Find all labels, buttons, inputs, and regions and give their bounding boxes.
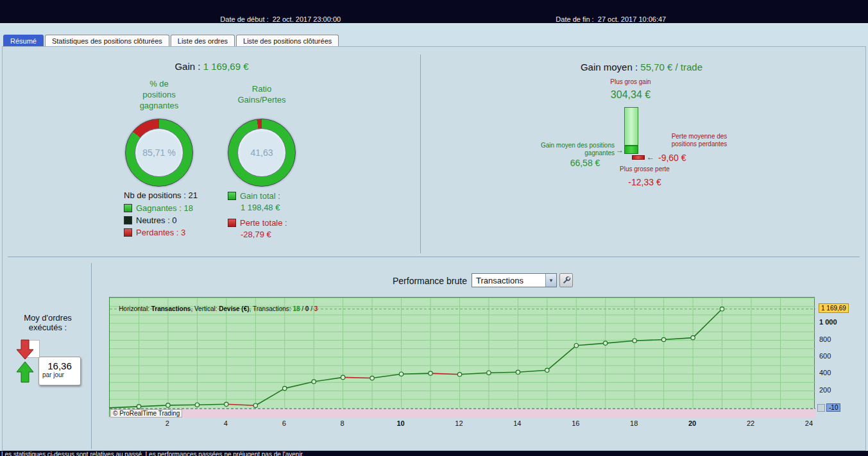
right-arrow-icon: → (616, 146, 624, 155)
wrench-icon (562, 276, 571, 285)
horizontal-axis-selector[interactable]: Transactions ▼ (472, 273, 557, 287)
dark-square-icon (124, 216, 132, 224)
biggest-gain-value: 304,34 € (589, 89, 672, 101)
disclaimer-bar: Les statistiques ci-dessus sont relative… (0, 451, 868, 456)
green-square-icon (124, 204, 132, 212)
gain-title: Gain : 1 169,69 € (103, 61, 321, 72)
chevron-down-icon[interactable]: ▼ (545, 274, 556, 287)
left-arrow-icon: ← (647, 153, 654, 162)
x-axis-tick: 4 (218, 419, 234, 427)
avg-orders-value: 16,36 (39, 360, 80, 371)
avg-orders-unit: par jour (39, 371, 80, 378)
start-date-value: 22 oct. 2017 23:00:00 (273, 15, 341, 23)
disclaimer-text: Les statistiques ci-dessus sont relative… (0, 451, 868, 456)
avg-orders-box: 16,36 par jour (38, 357, 81, 385)
x-axis-tick: 12 (451, 419, 466, 427)
x-axis-tick: 20 (685, 419, 700, 427)
y-axis-tick: 800 (819, 335, 831, 343)
x-axis-tick: 18 (626, 419, 642, 427)
y-axis-labels: 1 000800600400200 (819, 0, 858, 456)
vertical-divider (420, 55, 421, 253)
y-axis-tick: 200 (819, 386, 831, 394)
x-axis-tick: 10 (393, 419, 409, 427)
end-date-value: 27 oct. 2017 10:06:47 (598, 15, 666, 23)
tab-bar: Résumé Statistiques des positions clôtur… (3, 35, 339, 47)
avg-loss-value: -9,60 € (658, 153, 686, 163)
avg-loss-label: Perte moyenne des positions perdantes (661, 133, 738, 148)
x-axis-tick: 24 (801, 419, 817, 427)
up-arrow-icon (15, 360, 35, 384)
biggest-loss-label: Plus grosse perte (609, 165, 680, 173)
gain-loss-ratio-value: 41,63 (250, 148, 273, 158)
x-axis-tick: 8 (335, 419, 350, 427)
y-axis-tick: 1 000 (819, 318, 837, 326)
avg-win-label: Gain moyen des positions gagnantes (507, 142, 615, 157)
date-range-bar: Date de début : 22 oct. 2017 23:00:00 Da… (0, 0, 868, 23)
tab-statistiques-positions[interactable]: Statistiques des positions clôturées (45, 35, 169, 47)
gain-value: 1 169,69 € (203, 61, 249, 72)
y-axis-tick: 400 (819, 369, 831, 376)
chart-info-bar: Horizontal: Transactions, Vertical: Devi… (112, 298, 318, 319)
chart-settings-button[interactable] (559, 273, 573, 287)
gain-total-value: 1 198,48 € (241, 203, 280, 212)
gain-loss-ratio-donut: 41,63 (228, 119, 296, 187)
start-date-label: Date de début : 22 oct. 2017 23:00:00 (208, 8, 341, 31)
gain-loss-ratio-title: Ratio Gains/Pertes (226, 83, 298, 105)
winning-percent-value: 85,71 % (142, 148, 175, 158)
trading-statistics-window: Date de début : 22 oct. 2017 23:00:00 Da… (0, 0, 868, 456)
legend-gagnantes: Gagnantes : 18 (124, 203, 193, 213)
performance-title: Performance brute (393, 276, 467, 286)
y-axis-tick: 600 (819, 352, 831, 360)
scroll-corner (817, 404, 825, 412)
selector-value[interactable]: Transactions (472, 274, 545, 287)
tab-resume[interactable]: Résumé (3, 35, 44, 47)
red-square-icon (228, 219, 236, 227)
horizontal-divider (8, 257, 860, 257)
x-axis-tick: 16 (568, 419, 583, 427)
end-date-label: Date de fin : 27 oct. 2017 10:06:47 (544, 8, 666, 31)
avg-gain-bar (624, 146, 638, 154)
gain-total-item: Gain total : (228, 191, 280, 201)
perte-totale-value: -28,79 € (241, 230, 271, 239)
tab-liste-ordres[interactable]: Liste des ordres (171, 35, 235, 47)
wins-count: 18 (293, 305, 300, 312)
gain-moyen-title: Gain moyen : 55,70 € / trade (526, 62, 757, 72)
biggest-gain-bar (624, 107, 638, 146)
min-value-label: -10 (826, 403, 840, 412)
avg-loss-bar (632, 155, 645, 160)
gain-moyen-value: 55,70 € / trade (640, 62, 702, 72)
red-square-icon (124, 228, 132, 237)
biggest-gain-label: Plus gros gain (589, 78, 672, 86)
x-axis-tick: 22 (743, 419, 758, 427)
down-arrow-icon (15, 339, 35, 360)
nb-positions-label: Nb de positions : 21 (124, 190, 198, 200)
legend-perdantes: Perdantes : 3 (124, 228, 185, 237)
perte-totale-item: Perte totale : (228, 218, 287, 228)
x-axis-tick: 2 (160, 419, 175, 427)
legend-neutres: Neutres : 0 (124, 215, 177, 225)
tab-liste-positions[interactable]: Liste des positions clôturées (236, 35, 339, 47)
x-axis-tick: 6 (277, 419, 292, 427)
biggest-loss-value: -12,33 € (609, 177, 680, 187)
x-axis-tick: 14 (509, 419, 525, 427)
losses-count: 3 (314, 305, 318, 312)
avg-orders-label: Moy d'ordres exécutés : (8, 313, 88, 332)
copyright-label: © ProRealTime Trading (110, 409, 182, 418)
winning-percent-donut: 85,71 % (125, 119, 193, 187)
x-axis-labels: 24681012141618202224 (0, 419, 868, 428)
winning-percent-title: % de positions gagnantes (126, 78, 192, 111)
green-square-icon (228, 192, 236, 200)
current-value-label: 1 169,69 (819, 303, 849, 313)
avg-win-value: 66,58 € (553, 158, 617, 168)
